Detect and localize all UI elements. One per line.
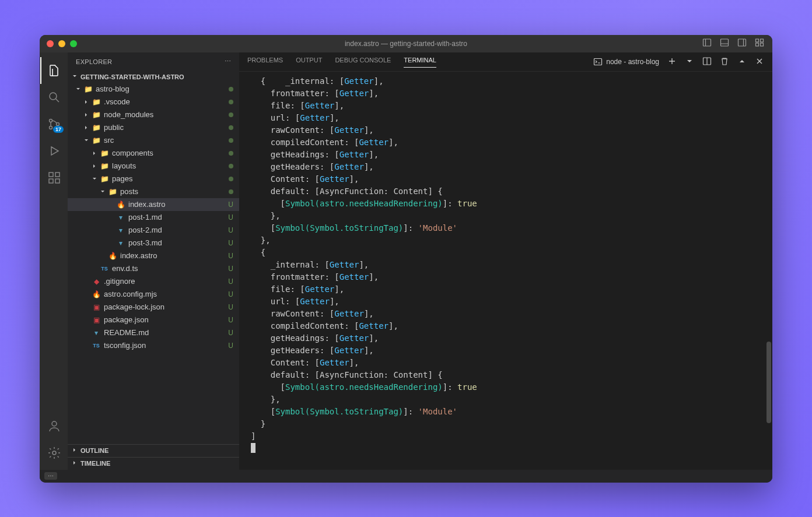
svg-line-11 [56,99,60,102]
folder-g2-icon: 📁 [91,111,102,119]
svg-rect-4 [738,39,746,46]
tree-file[interactable]: 🔥index.astroU [68,249,239,262]
chevron-right-icon [90,163,99,170]
tree-item-label: post-2.md [128,226,226,234]
explorer-more-icon[interactable]: ⋯ [225,58,231,65]
tab-output[interactable]: OUTPUT [296,57,322,67]
terminal-output[interactable]: { _internal: [Getter], frontmatter: [Get… [239,72,772,470]
git-status-letter: U [228,201,233,209]
ts-icon: TS [91,343,102,349]
tree-item-label: package-lock.json [104,303,226,311]
project-name: GETTING-STARTED-WITH-ASTRO [80,73,184,80]
md2-icon: ▾ [91,329,102,337]
panel-tab-bar: PROBLEMS OUTPUT DEBUG CONSOLE TERMINAL n… [239,52,772,72]
git-status-letter: U [228,329,233,337]
tree-file[interactable]: ◆.gitignoreU [68,275,239,288]
accounts-activity-icon[interactable] [40,413,68,439]
maximize-panel-icon[interactable] [737,57,747,67]
customize-layout-icon[interactable] [755,38,764,50]
extensions-activity-icon[interactable] [40,164,68,191]
project-header[interactable]: GETTING-STARTED-WITH-ASTRO [68,71,239,83]
tree-file[interactable]: 🔥index.astroU [68,198,239,211]
debug-activity-icon[interactable] [40,138,68,164]
tree-item-label: pages [112,174,226,183]
chevron-right-icon [82,99,91,105]
search-activity-icon[interactable] [40,84,68,111]
title-bar: index.astro — getting-started-with-astro [40,35,772,52]
tree-item-label: post-3.md [128,238,226,247]
tree-file[interactable]: TStsconfig.jsonU [68,339,239,352]
settings-activity-icon[interactable] [40,439,68,466]
svg-rect-7 [761,39,764,42]
svg-point-12 [50,119,52,122]
window-minimize-button[interactable] [58,40,65,47]
toggle-panel-icon[interactable] [720,38,729,50]
svg-rect-18 [55,179,60,183]
tree-file[interactable]: ▣package-lock.jsonU [68,301,239,314]
new-terminal-icon[interactable] [667,57,677,67]
outline-section[interactable]: OUTLINE [68,444,239,457]
terminal-process-label[interactable]: node - astro-blog [593,57,659,66]
tree-folder[interactable]: 📁.vscode [68,96,239,108]
folder-g-icon: 📁 [91,136,102,145]
md-icon: ▾ [116,213,126,221]
tree-file[interactable]: ▾post-3.mdU [68,237,239,249]
main-panel: PROBLEMS OUTPUT DEBUG CONSOLE TERMINAL n… [239,52,772,470]
activity-bar: 17 [40,52,68,470]
tab-terminal[interactable]: TERMINAL [404,57,436,68]
chevron-down-icon [90,175,99,182]
vscode-window: index.astro — getting-started-with-astro… [40,35,772,483]
tab-debug-console[interactable]: DEBUG CONSOLE [335,57,391,67]
tree-item-label: tsconfig.json [104,341,226,350]
tree-file[interactable]: ▾post-2.mdU [68,224,239,237]
git-status-letter: U [228,316,233,324]
tree-folder[interactable]: 📁src [68,134,239,147]
status-bar: ⋯ [40,470,772,483]
tree-item-label: node_modules [104,110,226,119]
tree-folder[interactable]: 📁layouts [68,160,239,173]
tree-file[interactable]: ▾post-1.mdU [68,211,239,224]
outline-label: OUTLINE [80,447,108,454]
split-terminal-icon[interactable] [702,57,712,67]
status-pill[interactable]: ⋯ [44,472,57,480]
tree-folder[interactable]: 📁posts [68,185,239,198]
svg-marker-15 [51,147,58,155]
chevron-right-icon [71,446,78,455]
tree-folder[interactable]: 📁node_modules [68,108,239,121]
git-modified-dot [229,189,233,194]
kill-terminal-icon[interactable] [720,57,729,67]
scrollbar-thumb[interactable] [766,342,771,423]
close-panel-icon[interactable] [755,57,764,67]
tree-item-label: .gitignore [104,277,226,286]
scm-badge: 17 [53,126,64,133]
sidebar: EXPLORER ⋯ GETTING-STARTED-WITH-ASTRO 📁a… [68,52,239,470]
tab-problems[interactable]: PROBLEMS [247,57,283,67]
tree-folder[interactable]: 📁pages [68,173,239,185]
chevron-down-icon [82,137,91,144]
tree-file[interactable]: TSenv.d.tsU [68,262,239,275]
tree-file[interactable]: ▣package.jsonU [68,314,239,326]
file-tree: 📁astro-blog📁.vscode📁node_modules📁public📁… [68,83,239,444]
tree-file[interactable]: ▾README.mdU [68,326,239,339]
toggle-sidebar-icon[interactable] [702,38,712,50]
tree-folder[interactable]: 📁components [68,147,239,160]
folder-y-icon: 📁 [99,149,110,157]
timeline-section[interactable]: TIMELINE [68,457,239,470]
svg-rect-22 [594,58,602,65]
chevron-right-icon [71,459,78,467]
terminal-dropdown-icon[interactable] [685,57,694,67]
svg-rect-19 [55,173,60,177]
tree-file[interactable]: 🔥astro.config.mjsU [68,288,239,301]
scm-activity-icon[interactable]: 17 [40,111,68,138]
explorer-activity-icon[interactable] [40,57,68,84]
toggle-secondary-icon[interactable] [737,38,747,50]
window-close-button[interactable] [47,40,54,47]
tree-folder[interactable]: 📁public [68,121,239,134]
svg-rect-9 [761,43,764,46]
md-icon: ▾ [116,239,126,247]
git-modified-dot [229,177,233,181]
tree-folder[interactable]: 📁astro-blog [68,83,239,96]
title-actions [702,38,764,50]
svg-point-21 [52,451,56,455]
window-maximize-button[interactable] [70,40,77,47]
